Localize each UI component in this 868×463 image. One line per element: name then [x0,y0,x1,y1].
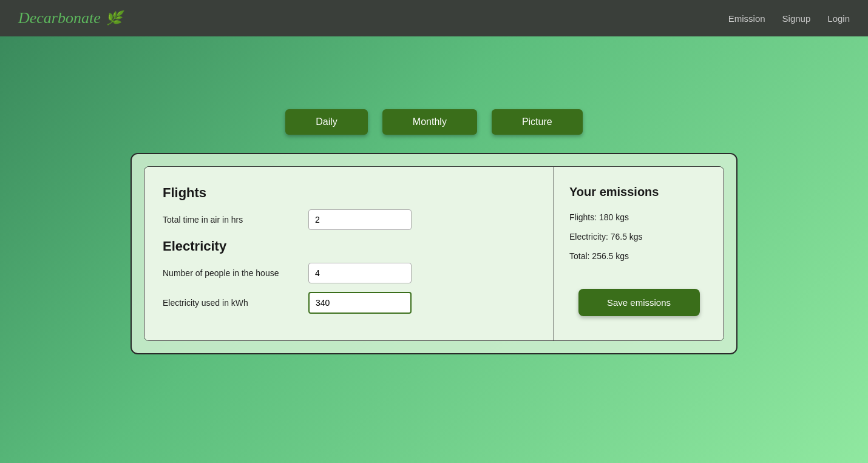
tab-picture[interactable]: Picture [492,109,583,135]
flights-emission: Flights: 180 kgs [569,212,708,222]
people-row: Number of people in the house [163,263,535,283]
flights-title: Flights [163,185,535,201]
tab-buttons: Daily Monthly Picture [285,109,582,135]
emissions-section: Your emissions Flights: 180 kgs Electric… [554,167,724,340]
kwh-row: Electricity used in kWh [163,292,535,314]
card-inner: Flights Total time in air in hrs Electri… [144,166,724,341]
logo: Decarbonate 🌿 [18,9,122,27]
kwh-label: Electricity used in kWh [163,298,296,308]
header: Decarbonate 🌿 Emission Signup Login [0,0,868,36]
nav-emission[interactable]: Emission [728,13,765,24]
logo-text: Decarbonate [18,9,101,27]
main-content: Daily Monthly Picture Flights Total time… [0,36,868,463]
flights-label: Total time in air in hrs [163,215,296,225]
tab-monthly[interactable]: Monthly [382,109,477,135]
logo-leaf-icon: 🌿 [106,10,122,26]
tab-daily[interactable]: Daily [285,109,368,135]
people-input[interactable] [308,263,412,283]
form-section: Flights Total time in air in hrs Electri… [144,167,554,340]
electricity-emission: Electricity: 76.5 kgs [569,232,708,242]
nav-links: Emission Signup Login [728,13,850,24]
emissions-title: Your emissions [569,185,708,199]
flights-row: Total time in air in hrs [163,209,535,230]
electricity-title: Electricity [163,238,535,254]
flights-input[interactable] [308,209,412,230]
save-emissions-button[interactable]: Save emissions [578,289,700,316]
people-label: Number of people in the house [163,268,296,278]
nav-signup[interactable]: Signup [782,13,811,24]
main-card: Flights Total time in air in hrs Electri… [131,153,737,354]
kwh-input[interactable] [308,292,412,314]
total-emission: Total: 256.5 kgs [569,251,708,261]
nav-login[interactable]: Login [827,13,850,24]
